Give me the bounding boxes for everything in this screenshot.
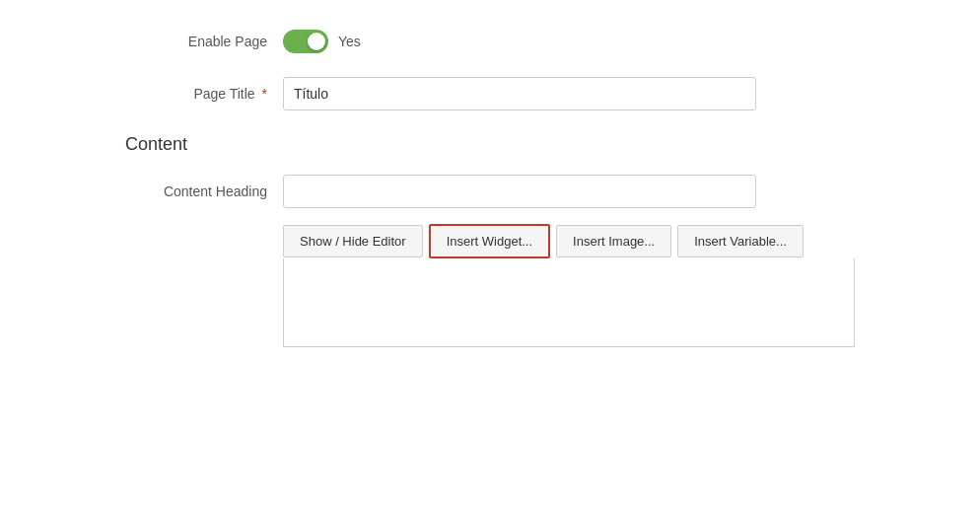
insert-image-button[interactable]: Insert Image... (556, 225, 671, 257)
content-heading-row: Content Heading (66, 175, 914, 208)
content-heading-label: Content Heading (125, 183, 283, 199)
insert-variable-button[interactable]: Insert Variable... (677, 225, 804, 257)
form-section: Enable Page Yes Page Title * Content (66, 30, 914, 347)
required-star: * (258, 86, 267, 102)
editor-content-area[interactable] (283, 258, 855, 347)
content-section-header: Content (66, 134, 914, 155)
toggle-yes-label: Yes (338, 34, 361, 49)
page-title-input[interactable] (283, 77, 756, 110)
insert-widget-button[interactable]: Insert Widget... (429, 224, 550, 258)
page-title-row: Page Title * (66, 77, 914, 110)
enable-page-row: Enable Page Yes (66, 30, 914, 53)
show-hide-editor-button[interactable]: Show / Hide Editor (283, 225, 423, 257)
page-title-label: Page Title * (125, 86, 283, 102)
editor-buttons-row: Show / Hide Editor Insert Widget... Inse… (66, 224, 914, 258)
toggle-thumb (308, 33, 325, 50)
content-heading-input[interactable] (283, 175, 756, 208)
enable-page-toggle[interactable] (283, 30, 328, 53)
toggle-container: Yes (283, 30, 361, 53)
content-section-title: Content (125, 134, 914, 155)
page-container: Enable Page Yes Page Title * Content (0, 0, 980, 512)
toggle-track (283, 30, 328, 53)
enable-page-label: Enable Page (125, 34, 283, 49)
